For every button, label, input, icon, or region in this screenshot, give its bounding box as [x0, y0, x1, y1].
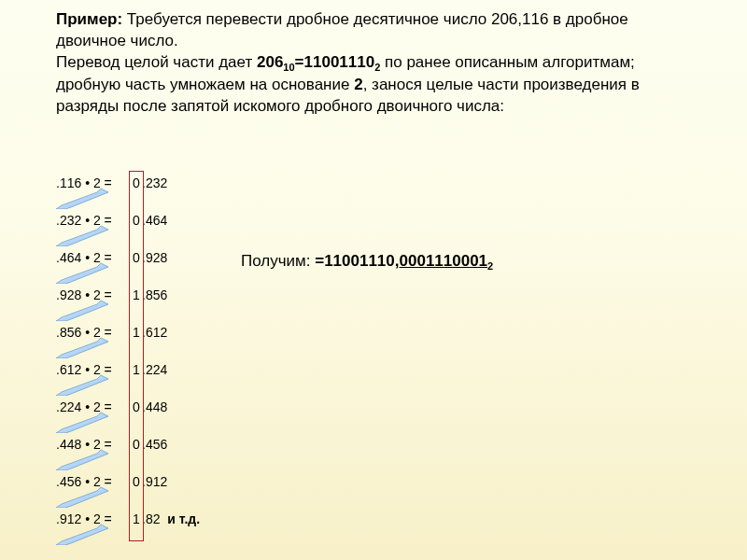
- calc-digit: 1: [131, 511, 142, 526]
- calc-lhs: .856 • 2 =: [56, 325, 112, 340]
- calc-lhs: .928 • 2 =: [56, 287, 112, 302]
- calc-rhs: .928: [142, 250, 167, 265]
- calc-lhs: .612 • 2 =: [56, 362, 112, 377]
- calc-row: .612 • 2 = 1 .224: [56, 362, 224, 399]
- calc-row: .232 • 2 = 0 .464: [56, 213, 224, 250]
- calc-digit: 0: [131, 213, 142, 228]
- calc-lhs: .456 • 2 =: [56, 474, 112, 489]
- calc-digit: 1: [131, 325, 142, 340]
- etc-label: и т.д.: [167, 511, 200, 526]
- result-sub: 2: [487, 260, 493, 272]
- example-label: Пример:: [56, 10, 122, 28]
- calc-rhs: .612: [142, 325, 167, 340]
- base: 2: [354, 76, 362, 93]
- calc-digit: 1: [131, 287, 142, 302]
- result-line: Получим: =11001110,00011100012: [241, 252, 493, 272]
- calc-lhs: .464 • 2 =: [56, 250, 112, 265]
- result-prefix: Получим:: [241, 252, 315, 270]
- conv-lhs-sub: 10: [283, 62, 294, 73]
- page: Пример: Требуется перевести дробное деся…: [0, 0, 747, 560]
- result-frac: 0001110001: [400, 252, 488, 270]
- calc-rhs: .232: [142, 175, 167, 190]
- calc-rhs: .448: [142, 399, 167, 414]
- calc-row: .912 • 2 = 1 .82 и т.д.: [56, 511, 224, 549]
- calc-lhs: .448 • 2 =: [56, 437, 112, 452]
- calc-rhs-val: .82: [142, 511, 160, 526]
- calc-row: .116 • 2 = 0 .232: [56, 175, 224, 213]
- calculation-block: .116 • 2 = 0 .232 .232 • 2 = 0 .464 .464…: [56, 175, 224, 549]
- calc-digit: 0: [131, 474, 142, 489]
- calc-row: .464 • 2 = 0 .928: [56, 250, 224, 287]
- calc-rhs: .856: [142, 287, 167, 302]
- calc-digit: 0: [131, 250, 142, 265]
- calc-lhs: .224 • 2 =: [56, 399, 112, 414]
- conv-eq: =11001110: [295, 53, 375, 71]
- calc-lhs: .912 • 2 =: [56, 511, 112, 526]
- line2-a: Перевод целой части дает: [56, 53, 257, 71]
- calc-row: .856 • 2 = 1 .612: [56, 325, 224, 362]
- calc-rhs: .456: [142, 437, 167, 452]
- calc-row: .224 • 2 = 0 .448: [56, 399, 224, 437]
- calc-rhs: .912: [142, 474, 167, 489]
- calc-rhs: .82 и т.д.: [142, 511, 200, 526]
- calc-row: .448 • 2 = 0 .456: [56, 437, 224, 474]
- task-text: Требуется перевести дробное десятичное ч…: [56, 10, 628, 49]
- header-block: Пример: Требуется перевести дробное деся…: [56, 9, 691, 118]
- calc-digit: 0: [131, 175, 142, 190]
- calc-lhs: .116 • 2 =: [56, 175, 112, 190]
- calc-row: .456 • 2 = 0 .912: [56, 474, 224, 511]
- calc-rhs: .464: [142, 213, 167, 228]
- calc-lhs: .232 • 2 =: [56, 213, 112, 228]
- calc-rhs: .224: [142, 362, 167, 377]
- calc-digit: 1: [131, 362, 142, 377]
- calc-row: .928 • 2 = 1 .856: [56, 287, 224, 325]
- result-eq: =11001110,: [315, 252, 399, 270]
- calc-digit: 0: [131, 437, 142, 452]
- calc-digit: 0: [131, 399, 142, 414]
- conv-lhs: 206: [257, 53, 283, 71]
